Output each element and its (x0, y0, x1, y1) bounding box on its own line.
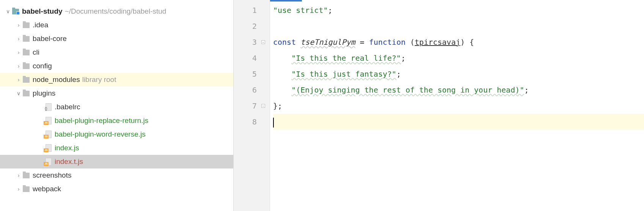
folder-icon (23, 63, 30, 69)
code-line: }; (273, 98, 644, 114)
tree-item-babel-core[interactable]: › babel-core (0, 32, 233, 46)
tree-item-config[interactable]: › config (0, 59, 233, 73)
tree-root[interactable]: ∨ babel-study ~/Documents/coding/babel-s… (0, 5, 233, 18)
project-name: babel-study (22, 7, 63, 16)
folder-icon (23, 91, 30, 96)
project-folder-icon (12, 9, 19, 14)
line-number: 1 (234, 2, 257, 18)
folder-icon (23, 173, 30, 178)
folder-icon (23, 50, 30, 55)
chevron-right-icon: › (16, 49, 21, 55)
text-cursor (273, 118, 274, 128)
tree-label: plugins (33, 89, 55, 98)
tree-item-idea[interactable]: › .idea (0, 18, 233, 32)
chevron-down-icon: ∨ (5, 8, 11, 14)
line-number: 4 (234, 50, 257, 66)
config-file-icon (44, 103, 52, 111)
chevron-right-icon: › (16, 172, 21, 178)
code-line: "Is this just fantasy?"; (273, 66, 644, 82)
chevron-right-icon: › (16, 36, 21, 42)
chevron-right-icon: › (16, 77, 21, 83)
tree-label: babel-core (33, 35, 67, 43)
tree-item-plugin-reverse[interactable]: › babel-plugin-word-reverse.js (0, 128, 233, 141)
chevron-right-icon: › (16, 22, 21, 28)
folder-icon (23, 186, 30, 192)
line-number: 8 (234, 114, 257, 130)
folder-icon (23, 77, 30, 83)
tree-label: index.js (55, 144, 79, 152)
chevron-right-icon: › (16, 63, 21, 69)
tree-label: index.t.js (55, 157, 83, 166)
code-line: "(Enjoy singing the rest of the song in … (273, 82, 644, 98)
tree-label: .idea (33, 21, 48, 29)
chevron-right-icon: › (16, 186, 21, 192)
chevron-down-icon: ∨ (16, 90, 21, 96)
tree-label: node_modules (33, 76, 80, 84)
project-sidebar: ∨ babel-study ~/Documents/coding/babel-s… (0, 0, 234, 211)
tree-item-cli[interactable]: › cli (0, 46, 233, 59)
fold-icon[interactable]: − (261, 40, 265, 44)
tree-item-index-t-js[interactable]: › index.t.js (0, 155, 233, 168)
editor-content[interactable]: "use strict"; const tseTnigulPym = funct… (270, 0, 644, 211)
js-file-icon (44, 117, 52, 124)
tree-label-sub: library root (82, 76, 116, 84)
tree-label: cli (33, 48, 39, 57)
line-number: 5 (234, 66, 257, 82)
code-line: const tseTnigulPym = function (tpircsava… (273, 34, 644, 50)
tree-item-node-modules[interactable]: › node_modules library root (0, 73, 233, 87)
tree-item-webpack[interactable]: › webpack (0, 182, 233, 196)
code-line: "Is this the real life?"; (273, 50, 644, 66)
code-line: "use strict"; (273, 2, 644, 18)
tree-label: screenshots (33, 171, 71, 180)
tree-label: .babelrc (55, 103, 80, 111)
js-file-icon (44, 158, 52, 165)
tree-item-plugins[interactable]: ∨ plugins (0, 87, 233, 100)
project-path: ~/Documents/coding/babel-stud (65, 7, 166, 16)
line-number: 3− (234, 34, 257, 50)
code-editor[interactable]: 1 2 3− 4 5 6 7− 8 "use strict"; const ts… (234, 0, 644, 211)
line-number: 7− (234, 98, 257, 114)
editor-gutter: 1 2 3− 4 5 6 7− 8 (234, 0, 270, 211)
line-number: 2 (234, 18, 257, 34)
js-file-icon (44, 144, 52, 152)
tree-item-plugin-replace[interactable]: › babel-plugin-replace-return.js (0, 114, 233, 128)
tree-label: webpack (33, 185, 61, 193)
tree-item-babelrc[interactable]: › .babelrc (0, 100, 233, 114)
folder-icon (23, 36, 30, 42)
tree-label: config (33, 62, 52, 70)
code-line-current (273, 114, 644, 130)
tree-item-index-js[interactable]: › index.js (0, 141, 233, 155)
tree-label: babel-plugin-word-reverse.js (55, 130, 146, 139)
code-line (273, 18, 644, 34)
fold-icon[interactable]: − (261, 104, 265, 108)
js-file-icon (44, 131, 52, 138)
line-number: 6 (234, 82, 257, 98)
tree-label: babel-plugin-replace-return.js (55, 117, 148, 125)
folder-icon (23, 22, 30, 28)
tree-item-screenshots[interactable]: › screenshots (0, 168, 233, 182)
